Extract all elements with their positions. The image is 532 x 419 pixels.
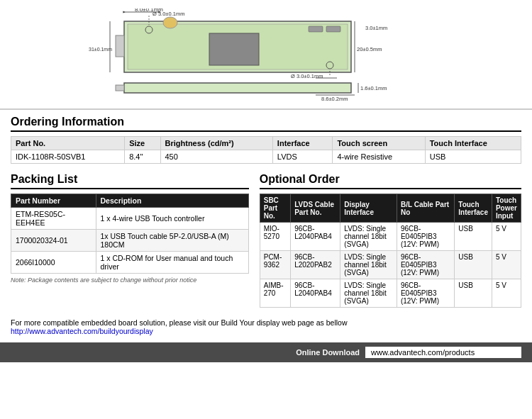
optional-header: SBCPart No. LVDS CablePart No. DisplayIn…: [260, 194, 521, 223]
opt-col-display: DisplayInterface: [340, 194, 397, 223]
order-brightness: 450: [160, 150, 272, 164]
opt-touch-if: USB: [455, 251, 492, 279]
optional-section: Optional Order SBCPart No. LVDS CablePar…: [260, 173, 521, 308]
online-url: www.advantech.com/products: [365, 347, 521, 358]
svg-point-8: [163, 17, 177, 28]
opt-touch-if: USB: [455, 223, 492, 251]
opt-sbc: AIMB-270: [260, 279, 290, 308]
svg-text:Ø 3.0±0.1mm: Ø 3.0±0.1mm: [291, 73, 323, 79]
svg-text:8.6±0.2mm: 8.6±0.2mm: [321, 96, 348, 101]
pack-desc: 1 x CD-ROM for User manual and touch dri…: [96, 252, 248, 274]
opt-col-touch-if: TouchInterface: [455, 194, 492, 223]
opt-col-bl: B/L Cable PartNo: [397, 194, 454, 223]
footer-url[interactable]: http://www.advantech.com/buildyourdispla…: [11, 327, 153, 335]
optional-row: MIO-5270 96CB-L2040PAB4 LVDS: Single cha…: [260, 223, 521, 251]
optional-row: PCM-9362 96CB-L2020PAB2 LVDS: Single cha…: [260, 251, 521, 279]
ordering-section: Ordering Information Part No. Size Brigh…: [0, 110, 532, 167]
online-label: Online Download: [296, 348, 360, 357]
pack-part: 1700020324-01: [11, 230, 96, 252]
diagram-area: 8.0±0.1mm Ø 3.0±0.1mm 20±0.5mm 31±0.1mm …: [0, 0, 532, 110]
packing-table: Part Number Description ETM-RES05C-EEH4E…: [11, 194, 249, 274]
packing-section: Packing List Part Number Description ETM…: [11, 173, 249, 308]
opt-touch-pwr: 5 V: [492, 223, 521, 251]
opt-bl: 96CB-E0405PIB3 (12V: PWM): [397, 251, 454, 279]
col-touch-screen: Touch screen: [333, 137, 425, 150]
opt-col-sbc: SBCPart No.: [260, 194, 290, 223]
svg-rect-21: [124, 83, 351, 93]
opt-display: LVDS: Single channel 18bit (SVGA): [340, 251, 397, 279]
pack-part: 2066I10000: [11, 252, 96, 274]
packing-row: 1700020324-01 1x USB Touch cable 5P-2.0/…: [11, 230, 249, 252]
opt-sbc: MIO-5270: [260, 223, 290, 251]
svg-text:31±0.1mm: 31±0.1mm: [89, 47, 112, 52]
optional-table: SBCPart No. LVDS CablePart No. DisplayIn…: [260, 194, 521, 308]
packing-title: Packing List: [11, 173, 249, 189]
col-touch-interface: Touch Interface: [425, 137, 521, 150]
svg-rect-22: [116, 85, 124, 91]
opt-lvds: 96CB-L2040PAB4: [291, 223, 340, 251]
svg-rect-3: [309, 26, 323, 32]
optional-row: AIMB-270 96CB-L2040PAB4 LVDS: Single cha…: [260, 279, 521, 308]
ordering-table: Part No. Size Brightness (cd/m²) Interfa…: [11, 136, 521, 164]
order-part-no: IDK-1108R-50SVB1: [11, 150, 125, 164]
ordering-row: IDK-1108R-50SVB1 8.4" 450 LVDS 4-wire Re…: [11, 150, 521, 164]
packing-row: 2066I10000 1 x CD-ROM for User manual an…: [11, 252, 249, 274]
two-col-section: Packing List Part Number Description ETM…: [0, 167, 532, 311]
opt-bl: 96CB-E0405PIB3 (12V: PWM): [397, 279, 454, 308]
packing-row: ETM-RES05C-EEH4EE 1 x 4-wire USB Touch c…: [11, 208, 249, 230]
opt-bl: 96CB-E0405PIB3 (12V: PWM): [397, 223, 454, 251]
svg-text:20±0.5mm: 20±0.5mm: [357, 46, 382, 52]
packing-header: Part Number Description: [11, 194, 249, 208]
col-interface: Interface: [272, 137, 333, 150]
svg-rect-2: [116, 35, 124, 57]
col-size: Size: [125, 137, 160, 150]
svg-text:1.6±0.1mm: 1.6±0.1mm: [360, 85, 387, 91]
opt-col-touch-pwr: TouchPowerInput: [492, 194, 521, 223]
svg-rect-4: [326, 26, 340, 32]
order-interface: LVDS: [272, 150, 333, 164]
ordering-title: Ordering Information: [11, 116, 521, 132]
order-touch-interface: USB: [425, 150, 521, 164]
col-brightness: Brightness (cd/m²): [160, 137, 272, 150]
pack-desc: 1x USB Touch cable 5P-2.0/USB-A (M) 180C…: [96, 230, 248, 252]
pack-col-desc: Description: [96, 194, 248, 208]
packing-note: Note: Package contents are subject to ch…: [11, 276, 249, 284]
pack-part: ETM-RES05C-EEH4EE: [11, 208, 96, 230]
opt-display: LVDS: Single channel 18bit (SVGA): [340, 223, 397, 251]
svg-text:3.0±1mm: 3.0±1mm: [365, 25, 387, 31]
opt-touch-if: USB: [455, 279, 492, 308]
opt-lvds: 96CB-L2040PAB4: [291, 279, 340, 308]
footer-text-line: For more compatible embedded board solut…: [11, 318, 521, 327]
opt-touch-pwr: 5 V: [492, 279, 521, 308]
opt-display: LVDS: Single channel 18bit (SVGA): [340, 279, 397, 308]
order-size: 8.4": [125, 150, 160, 164]
pack-col-part: Part Number: [11, 194, 96, 208]
opt-sbc: PCM-9362: [260, 251, 290, 279]
svg-text:Ø 3.0±0.1mm: Ø 3.0±0.1mm: [153, 11, 184, 17]
col-part-no: Part No.: [11, 137, 125, 150]
order-touch-screen: 4-wire Resistive: [333, 150, 425, 164]
online-bar: Online Download www.advantech.com/produc…: [0, 342, 532, 362]
ordering-header-row: Part No. Size Brightness (cd/m²) Interfa…: [11, 137, 521, 150]
opt-lvds: 96CB-L2020PAB2: [291, 251, 340, 279]
footer-section: For more compatible embedded board solut…: [0, 311, 532, 339]
svg-rect-7: [209, 33, 259, 65]
pack-desc: 1 x 4-wire USB Touch controller: [96, 208, 248, 230]
optional-title: Optional Order: [260, 173, 521, 189]
opt-touch-pwr: 5 V: [492, 251, 521, 279]
board-diagram: 8.0±0.1mm Ø 3.0±0.1mm 20±0.5mm 31±0.1mm …: [14, 6, 518, 102]
opt-col-lvds: LVDS CablePart No.: [291, 194, 340, 223]
